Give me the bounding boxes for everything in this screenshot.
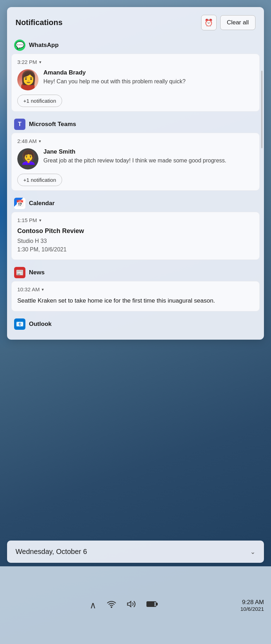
taskbar-date: 10/6/2021 [240, 606, 264, 612]
panel-title: Notifications [16, 18, 62, 27]
news-notification-card[interactable]: 10:32 AM ▾ Seattle Kraken set to take ho… [11, 281, 260, 311]
amanda-avatar-image [17, 69, 38, 90]
jane-message: Great job at the pitch review today! I t… [43, 157, 254, 165]
calendar-event-title: Contoso Pitch Review [17, 227, 254, 235]
calendar-notification-card[interactable]: 1:15 PM ▾ Contoso Pitch Review Studio H … [11, 212, 260, 260]
whatsapp-time-chevron-icon: ▾ [39, 60, 41, 65]
date-bar[interactable]: Wednesday, October 6 ⌄ [7, 541, 264, 563]
svg-rect-4 [156, 603, 157, 605]
calendar-time-row: 1:15 PM ▾ [17, 217, 254, 223]
svg-rect-3 [147, 602, 154, 606]
teams-text-area: Jane Smith Great job at the pitch review… [43, 148, 254, 165]
news-app-header: 📰 News [11, 263, 260, 281]
calendar-time: 1:15 PM [17, 217, 37, 223]
teams-time-row: 2:48 AM ▾ [17, 138, 254, 144]
whatsapp-app-name: WhatsApp [29, 42, 59, 49]
jane-avatar [17, 148, 38, 169]
teams-app-header: T Microsoft Teams [11, 115, 260, 133]
jane-avatar-image [17, 148, 38, 169]
jane-sender-name: Jane Smith [43, 148, 254, 155]
snooze-button[interactable]: ⏰ [201, 15, 217, 30]
news-time-row: 10:32 AM ▾ [17, 286, 254, 292]
teams-notif-body: Jane Smith Great job at the pitch review… [17, 148, 254, 169]
header-actions: ⏰ Clear all [201, 15, 255, 30]
amanda-message: Hey! Can you help me out with this probl… [43, 78, 254, 85]
svg-marker-1 [127, 601, 131, 607]
whatsapp-notif-body: Amanda Brady Hey! Can you help me out wi… [17, 69, 254, 90]
calendar-time-chevron-icon: ▾ [39, 218, 41, 223]
svg-point-0 [111, 607, 112, 607]
news-headline: Seattle Kraken set to take home ice for … [17, 297, 254, 305]
amanda-avatar [17, 69, 38, 90]
teams-app-name: Microsoft Teams [29, 121, 76, 128]
teams-more-notifications-button[interactable]: +1 notification [17, 174, 62, 186]
teams-notification-card[interactable]: 2:48 AM ▾ Jane Smith Great job at the pi… [11, 133, 260, 191]
teams-time: 2:48 AM [17, 138, 37, 144]
taskbar-wifi-icon[interactable] [107, 600, 116, 611]
notifications-panel: Notifications ⏰ Clear all 💬 WhatsApp 3:2… [7, 7, 264, 340]
outlook-logo: 📧 [16, 320, 24, 328]
outlook-icon: 📧 [14, 318, 25, 330]
news-time-chevron-icon: ▾ [42, 287, 44, 292]
taskbar-up-chevron-icon[interactable]: ∧ [90, 600, 96, 611]
calendar-app-name: Calendar [29, 200, 55, 207]
date-chevron-icon: ⌄ [250, 548, 255, 556]
snooze-icon: ⏰ [204, 18, 213, 27]
amanda-sender-name: Amanda Brady [43, 69, 254, 76]
taskbar: ∧ 9:28 AM 10/6/2021 [0, 566, 271, 644]
whatsapp-time: 3:22 PM [17, 59, 37, 65]
calendar-app-header: 📅 Calendar [11, 194, 260, 212]
app-section-outlook: 📧 Outlook [11, 315, 260, 333]
news-logo: 📰 [16, 269, 24, 276]
app-section-calendar: 📅 Calendar 1:15 PM ▾ Contoso Pitch Revie… [11, 194, 260, 260]
teams-icon: T [14, 119, 25, 130]
taskbar-icons: ∧ [0, 600, 240, 611]
notifications-content: 💬 WhatsApp 3:22 PM ▾ Amanda Brady Hey! C… [7, 36, 264, 340]
panel-header: Notifications ⏰ Clear all [7, 7, 264, 36]
app-section-news: 📰 News 10:32 AM ▾ Seattle Kraken set to … [11, 263, 260, 311]
teams-logo: T [18, 121, 22, 127]
taskbar-battery-icon[interactable] [146, 600, 158, 611]
calendar-icon: 📅 [14, 198, 25, 209]
date-text: Wednesday, October 6 [16, 548, 87, 556]
calendar-logo: 📅 [16, 199, 24, 207]
app-section-teams: T Microsoft Teams 2:48 AM ▾ Jane Smith G… [11, 115, 260, 191]
whatsapp-icon: 💬 [14, 40, 25, 51]
taskbar-volume-icon[interactable] [127, 600, 136, 611]
whatsapp-more-notifications-button[interactable]: +1 notification [17, 95, 62, 107]
whatsapp-notification-card[interactable]: 3:22 PM ▾ Amanda Brady Hey! Can you help… [11, 54, 260, 112]
whatsapp-app-header: 💬 WhatsApp [11, 36, 260, 54]
news-app-name: News [29, 269, 44, 276]
outlook-app-header: 📧 Outlook [11, 315, 260, 333]
scrollbar-indicator[interactable] [261, 71, 263, 148]
whatsapp-time-row: 3:22 PM ▾ [17, 59, 254, 65]
clear-all-button[interactable]: Clear all [220, 15, 255, 30]
outlook-app-name: Outlook [29, 321, 52, 328]
taskbar-time: 9:28 AM [240, 599, 264, 606]
whatsapp-logo: 💬 [16, 41, 24, 49]
calendar-event-details: Studio H 331:30 PM, 10/6/2021 [17, 237, 254, 254]
news-icon: 📰 [14, 267, 25, 278]
teams-time-chevron-icon: ▾ [39, 139, 41, 144]
app-section-whatsapp: 💬 WhatsApp 3:22 PM ▾ Amanda Brady Hey! C… [11, 36, 260, 112]
whatsapp-text-area: Amanda Brady Hey! Can you help me out wi… [43, 69, 254, 85]
news-time: 10:32 AM [17, 286, 40, 292]
taskbar-time-display: 9:28 AM 10/6/2021 [240, 599, 271, 612]
